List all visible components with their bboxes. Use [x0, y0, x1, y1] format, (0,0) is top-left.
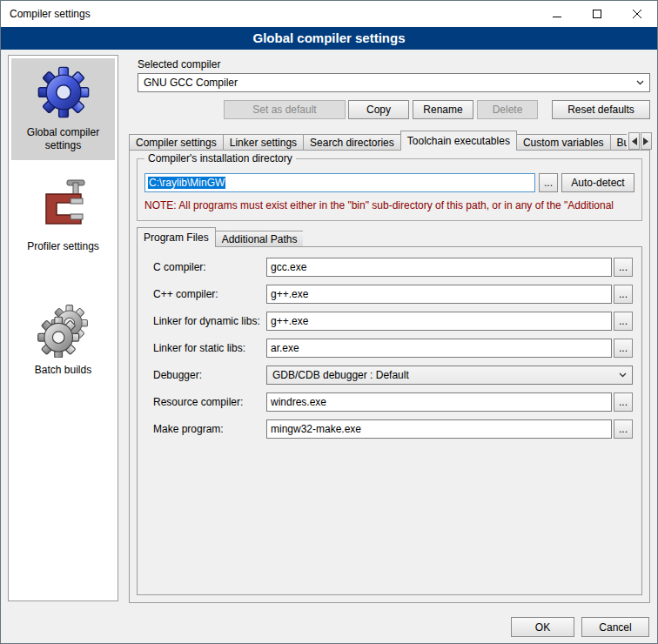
gear-icon [36, 64, 91, 120]
resource-compiler-input[interactable] [266, 392, 612, 412]
installation-directory-group: Compiler's installation directory C:\ray… [137, 158, 642, 221]
toolchain-executables-panel: Compiler's installation directory C:\ray… [129, 150, 650, 603]
sidebar: Global compiler settings Profiler settin… [8, 55, 118, 601]
field-row-make-program: Make program: ... [153, 419, 633, 439]
tab-compiler-settings[interactable]: Compiler settings [129, 134, 224, 151]
c-compiler-browse-button[interactable]: ... [614, 258, 633, 277]
static-linker-input[interactable] [266, 339, 612, 358]
close-icon [633, 10, 641, 18]
c-compiler-input[interactable] [266, 258, 612, 277]
tab-linker-settings[interactable]: Linker settings [223, 134, 304, 151]
tab-toolchain-executables[interactable]: Toolchain executables [400, 131, 517, 151]
main-panel: Selected compiler GNU GCC Compiler Set a… [127, 55, 652, 603]
installation-directory-selected-text: C:\raylib\MinGW [148, 177, 225, 189]
sidebar-item-label: Global compiler settings [13, 126, 113, 152]
auto-detect-button[interactable]: Auto-detect [561, 173, 634, 192]
set-as-default-button[interactable]: Set as default [224, 100, 346, 119]
dynamic-linker-input[interactable] [266, 312, 612, 331]
minimize-button[interactable] [537, 1, 577, 27]
debugger-value: GDB/CDB debugger : Default [272, 369, 409, 381]
field-row-dynamic-linker: Linker for dynamic libs: ... [153, 312, 633, 331]
debugger-dropdown[interactable]: GDB/CDB debugger : Default [266, 366, 633, 385]
sidebar-item-label: Batch builds [35, 364, 91, 377]
program-files-tabs: Program Files Additional Paths [137, 227, 303, 247]
c-compiler-label: C compiler: [153, 261, 266, 273]
cpp-compiler-browse-button[interactable]: ... [614, 285, 633, 304]
resource-compiler-browse-button[interactable]: ... [614, 392, 633, 412]
minimize-icon [553, 10, 561, 18]
profiler-icon [36, 178, 91, 234]
debugger-label: Debugger: [153, 369, 266, 381]
field-row-resource-compiler: Resource compiler: ... [153, 392, 633, 412]
make-program-input[interactable] [266, 419, 612, 439]
selected-compiler-value: GNU GCC Compiler [144, 77, 238, 89]
tab-program-files[interactable]: Program Files [137, 227, 216, 247]
tab-search-directories[interactable]: Search directories [303, 134, 401, 151]
field-row-c-compiler: C compiler: ... [153, 258, 633, 277]
field-row-static-linker: Linker for static libs: ... [153, 339, 633, 358]
tab-additional-paths[interactable]: Additional Paths [215, 231, 304, 247]
program-files-panel: C compiler: ... C++ compiler: ... Linker… [137, 246, 642, 595]
dynamic-linker-browse-button[interactable]: ... [614, 312, 633, 331]
chevron-down-icon [636, 80, 644, 85]
batch-builds-icon [36, 302, 91, 358]
tab-custom-variables[interactable]: Custom variables [516, 134, 611, 151]
make-program-label: Make program: [153, 423, 266, 435]
delete-button[interactable]: Delete [477, 100, 538, 119]
installation-directory-browse-button[interactable]: ... [539, 173, 558, 192]
static-linker-browse-button[interactable]: ... [614, 339, 633, 358]
arrow-left-icon [631, 138, 637, 145]
make-program-browse-button[interactable]: ... [614, 419, 633, 439]
maximize-button[interactable] [577, 1, 617, 27]
resource-compiler-label: Resource compiler: [153, 396, 266, 408]
titlebar: Compiler settings [1, 1, 657, 27]
compiler-settings-tabs: Compiler settings Linker settings Search… [129, 131, 627, 151]
tab-scroll-left-button[interactable] [628, 132, 640, 150]
cpp-compiler-label: C++ compiler: [153, 288, 266, 300]
arrow-right-icon [643, 138, 649, 145]
maximize-icon [593, 10, 601, 18]
sidebar-item-global-compiler-settings[interactable]: Global compiler settings [11, 58, 115, 160]
chevron-down-icon [619, 372, 627, 378]
field-row-debugger: Debugger: GDB/CDB debugger : Default [153, 366, 633, 385]
sidebar-item-label: Profiler settings [27, 240, 99, 253]
close-button[interactable] [617, 1, 657, 27]
window-controls [537, 1, 657, 27]
rename-button[interactable]: Rename [413, 100, 473, 119]
tab-scroll-right-button[interactable] [641, 132, 652, 150]
cpp-compiler-input[interactable] [266, 285, 612, 304]
compiler-settings-dialog: Compiler settings Global compiler settin… [0, 0, 658, 644]
ok-button[interactable]: OK [511, 617, 574, 637]
installation-directory-input[interactable]: C:\raylib\MinGW [144, 173, 535, 192]
field-row-cpp-compiler: C++ compiler: ... [153, 285, 633, 304]
tab-build[interactable]: Buil [610, 134, 627, 151]
cancel-button[interactable]: Cancel [581, 617, 649, 637]
selected-compiler-dropdown[interactable]: GNU GCC Compiler [138, 73, 650, 92]
dynamic-linker-label: Linker for dynamic libs: [153, 315, 266, 327]
sidebar-item-batch-builds[interactable]: Batch builds [11, 296, 115, 385]
reset-defaults-button[interactable]: Reset defaults [552, 100, 650, 119]
copy-button[interactable]: Copy [348, 100, 409, 119]
selected-compiler-label: Selected compiler [138, 58, 220, 70]
bin-subdirectory-note: NOTE: All programs must exist either in … [144, 199, 640, 211]
window-title: Compiler settings [1, 8, 91, 20]
dialog-header: Global compiler settings [1, 27, 657, 50]
sidebar-item-profiler-settings[interactable]: Profiler settings [11, 172, 115, 261]
installation-directory-group-title: Compiler's installation directory [144, 152, 296, 164]
static-linker-label: Linker for static libs: [153, 342, 266, 354]
